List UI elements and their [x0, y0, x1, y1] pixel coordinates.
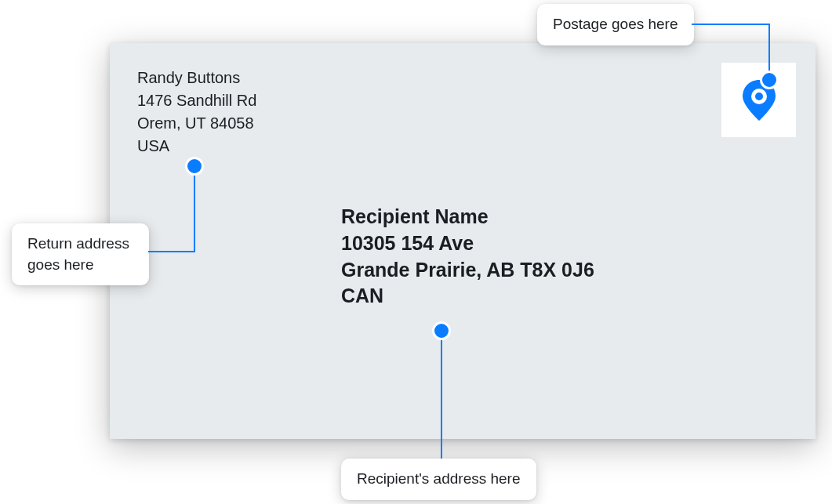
callout-recipient-text: Recipient's address here: [357, 470, 521, 487]
callout-recipient: Recipient's address here: [341, 459, 536, 500]
connector-recipient-v: [441, 333, 442, 459]
postage-stamp: [721, 63, 796, 137]
connector-postage-h: [692, 24, 770, 25]
recipient-street: 10305 154 Ave: [341, 230, 594, 257]
return-street: 1476 Sandhill Rd: [137, 89, 256, 112]
recipient-name: Recipient Name: [341, 204, 594, 230]
return-country: USA: [137, 135, 256, 158]
recipient-country: CAN: [341, 283, 594, 310]
envelope: Randy Buttons 1476 Sandhill Rd Orem, UT …: [110, 43, 816, 439]
connector-return-v: [194, 169, 195, 252]
connector-return-dot: [185, 157, 204, 176]
return-city-state-zip: Orem, UT 84058: [137, 112, 256, 135]
recipient-city-province-postal: Grande Prairie, AB T8X 0J6: [341, 257, 594, 284]
return-name: Randy Buttons: [137, 67, 256, 89]
recipient-address-block: Recipient Name 10305 154 Ave Grande Prai…: [341, 204, 594, 310]
connector-recipient-dot: [432, 321, 451, 340]
return-address-block: Randy Buttons 1476 Sandhill Rd Orem, UT …: [137, 67, 256, 158]
callout-return: Return address goes here: [12, 223, 149, 285]
connector-postage-dot: [760, 71, 779, 89]
callout-return-text: Return address goes here: [27, 235, 129, 273]
svg-point-1: [755, 92, 763, 100]
callout-postage: Postage goes here: [537, 4, 694, 45]
callout-postage-text: Postage goes here: [553, 16, 678, 32]
connector-return-h: [148, 251, 195, 252]
